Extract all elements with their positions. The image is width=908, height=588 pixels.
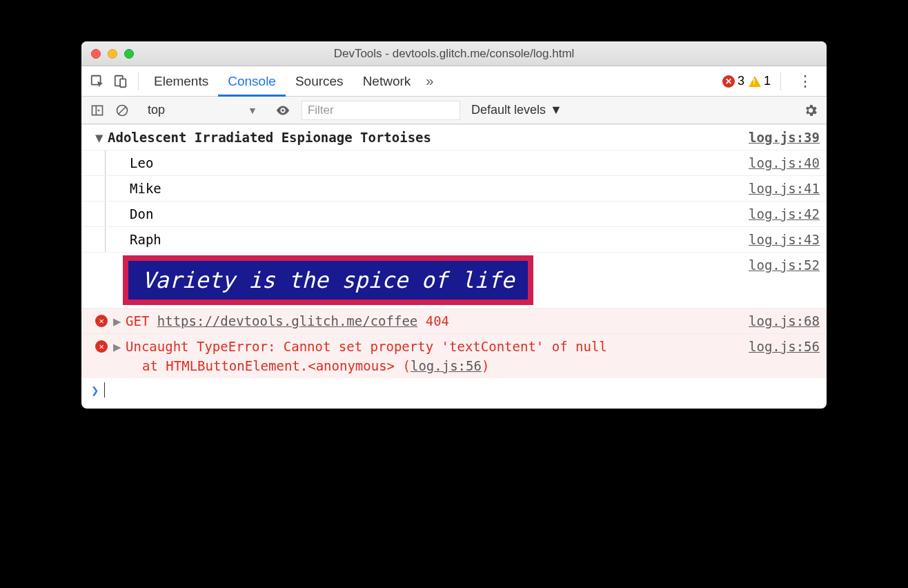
console-settings-icon[interactable] bbox=[800, 100, 821, 121]
stack-source-link[interactable]: log.js:56 bbox=[411, 358, 482, 373]
chevron-down-icon: ▼ bbox=[248, 105, 257, 116]
device-toolbar-icon[interactable] bbox=[109, 70, 132, 93]
http-status: 404 bbox=[426, 313, 449, 329]
log-text: Don bbox=[130, 204, 153, 224]
log-text: Raph bbox=[130, 230, 161, 249]
separator bbox=[780, 72, 781, 90]
console-log-row: Don log.js:42 bbox=[81, 201, 827, 226]
more-options-icon[interactable]: ⋮ bbox=[791, 72, 820, 90]
chevron-down-icon: ▼ bbox=[550, 103, 562, 117]
tab-network[interactable]: Network bbox=[353, 66, 421, 97]
tab-console[interactable]: Console bbox=[218, 66, 286, 97]
stack-frame: at HTMLButtonElement.<anonymous> (log.js… bbox=[126, 356, 735, 375]
source-link[interactable]: log.js:52 bbox=[735, 255, 820, 275]
console-log-row: Mike log.js:41 bbox=[81, 175, 827, 201]
tabs-overflow-button[interactable]: » bbox=[420, 73, 439, 89]
warning-count: 1 bbox=[764, 74, 771, 88]
levels-label: Default levels bbox=[471, 103, 546, 117]
prompt-chevron-icon: ❯ bbox=[91, 382, 99, 398]
error-count: 3 bbox=[738, 74, 744, 88]
console-log-row: Raph log.js:43 bbox=[81, 226, 827, 252]
disclosure-triangle-icon[interactable]: ▶ bbox=[113, 337, 126, 356]
svg-point-7 bbox=[282, 109, 284, 112]
svg-line-6 bbox=[119, 107, 126, 114]
live-expression-icon[interactable] bbox=[273, 100, 293, 121]
input-caret bbox=[104, 382, 105, 398]
status-area: ✕ 3 1 ⋮ bbox=[722, 72, 822, 90]
window-title: DevTools - devtools.glitch.me/console/lo… bbox=[81, 47, 827, 61]
source-link[interactable]: log.js:56 bbox=[735, 337, 820, 356]
execution-context-selector[interactable]: top ▼ bbox=[141, 103, 264, 117]
console-output: ▼ Adolescent Irradiated Espionage Tortoi… bbox=[81, 124, 827, 409]
disclosure-triangle-icon[interactable]: ▼ bbox=[95, 128, 108, 147]
error-url-link[interactable]: https://devtools.glitch.me/coffee bbox=[157, 313, 418, 329]
clear-console-icon[interactable] bbox=[112, 100, 132, 121]
log-text: Mike bbox=[130, 179, 161, 198]
source-link[interactable]: log.js:40 bbox=[735, 153, 820, 173]
http-method: GET bbox=[126, 313, 149, 329]
group-title: Adolescent Irradiated Espionage Tortoise… bbox=[108, 128, 431, 147]
devtools-tabbar: Elements Console Sources Network » ✕ 3 1… bbox=[81, 66, 827, 97]
console-group-header[interactable]: ▼ Adolescent Irradiated Espionage Tortoi… bbox=[81, 124, 827, 150]
tab-sources[interactable]: Sources bbox=[286, 66, 353, 97]
error-icon: ✕ bbox=[95, 340, 108, 353]
source-link[interactable]: log.js:43 bbox=[735, 230, 820, 249]
tab-elements[interactable]: Elements bbox=[144, 66, 218, 97]
log-levels-selector[interactable]: Default levels ▼ bbox=[471, 103, 562, 117]
separator bbox=[138, 72, 139, 90]
source-link[interactable]: log.js:39 bbox=[735, 128, 820, 147]
inspect-element-icon[interactable] bbox=[86, 70, 109, 93]
close-window-button[interactable] bbox=[91, 49, 101, 59]
zoom-window-button[interactable] bbox=[124, 49, 134, 59]
disclosure-triangle-icon[interactable]: ▶ bbox=[113, 311, 126, 331]
traffic-lights bbox=[81, 49, 134, 59]
styled-log-text: Variety is the spice of life bbox=[123, 255, 533, 305]
source-link[interactable]: log.js:41 bbox=[735, 179, 820, 198]
source-link[interactable]: log.js:68 bbox=[735, 311, 820, 331]
console-styled-row: Variety is the spice of life log.js:52 bbox=[81, 252, 827, 308]
svg-rect-2 bbox=[120, 79, 126, 87]
error-message: Uncaught TypeError: Cannot set property … bbox=[126, 337, 735, 356]
source-link[interactable]: log.js:42 bbox=[735, 204, 820, 224]
devtools-window: DevTools - devtools.glitch.me/console/lo… bbox=[81, 41, 827, 409]
toggle-console-sidebar-icon[interactable] bbox=[87, 100, 108, 121]
filter-input[interactable] bbox=[302, 101, 460, 120]
error-icon: ✕ bbox=[722, 75, 735, 88]
warning-count-badge[interactable]: 1 bbox=[749, 74, 771, 88]
console-error-row: ✕ ▶ GET https://devtools.glitch.me/coffe… bbox=[81, 308, 827, 333]
titlebar: DevTools - devtools.glitch.me/console/lo… bbox=[81, 41, 827, 66]
error-icon: ✕ bbox=[95, 315, 108, 327]
warning-icon bbox=[749, 76, 761, 87]
console-error-row: ✕ ▶ Uncaught TypeError: Cannot set prope… bbox=[81, 333, 827, 378]
log-text: Leo bbox=[130, 153, 153, 173]
error-count-badge[interactable]: ✕ 3 bbox=[722, 74, 744, 88]
console-toolbar: top ▼ Default levels ▼ bbox=[81, 97, 827, 124]
minimize-window-button[interactable] bbox=[108, 49, 117, 59]
svg-rect-3 bbox=[92, 106, 103, 115]
console-log-row: Leo log.js:40 bbox=[81, 150, 827, 175]
context-label: top bbox=[148, 103, 165, 117]
console-prompt[interactable]: ❯ bbox=[81, 378, 827, 409]
